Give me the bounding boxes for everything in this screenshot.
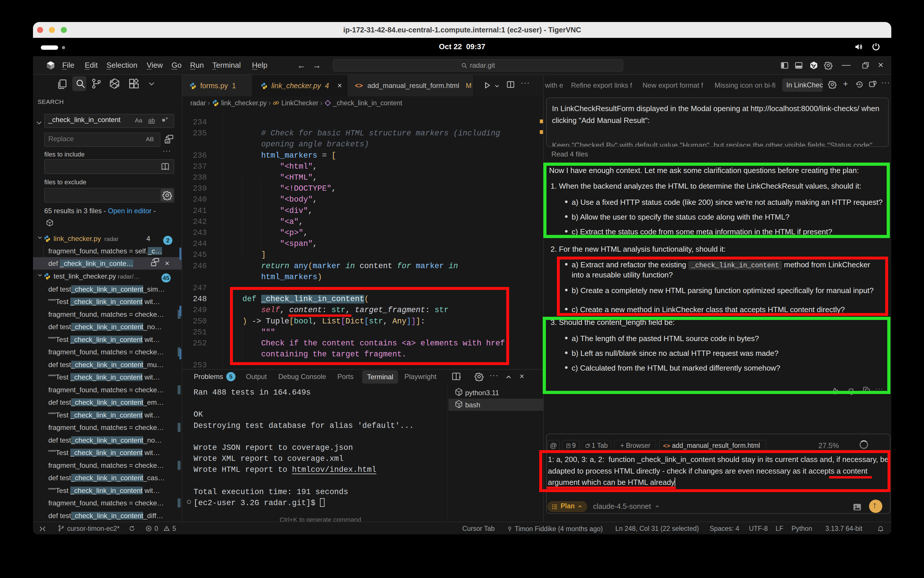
- svg-text:s: s: [459, 392, 461, 395]
- svg-text:s: s: [459, 404, 461, 408]
